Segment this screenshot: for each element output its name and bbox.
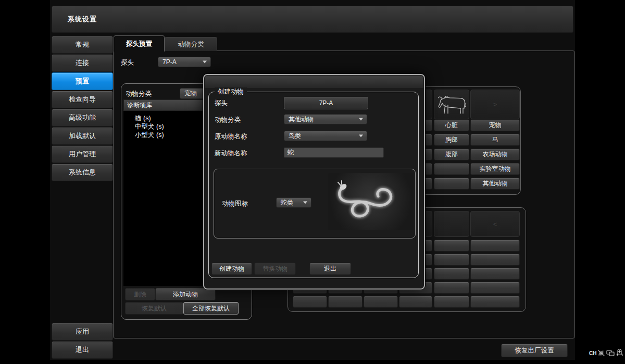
chevron-down-icon (359, 118, 363, 121)
chevron-down-icon (359, 135, 363, 137)
grid-button-empty[interactable] (434, 296, 469, 308)
exam-button-abdomen[interactable]: 腹部 (434, 148, 469, 160)
cow-icon (436, 93, 467, 117)
page-title: 系统设置 (68, 6, 97, 32)
dialog-legend: 创建动物 (215, 87, 247, 96)
grid-button-empty[interactable] (364, 296, 398, 308)
sidebar-item-exam-wizard[interactable]: 检查向导 (52, 91, 113, 108)
restore-all-default-button[interactable]: 全部恢复默认 (183, 302, 239, 315)
dialog-exit-button[interactable]: 退出 (309, 262, 351, 275)
sidebar-item-advanced[interactable]: 高级功能 (52, 109, 113, 127)
category-button-farm[interactable]: 农场动物 (470, 148, 520, 160)
prev-arrow-icon: < (493, 220, 497, 228)
animal-icon-label: 动物图标 (222, 199, 248, 208)
category-button-other[interactable]: 其他动物 (470, 178, 520, 190)
animal-category-dropdown-value: 宠物 (184, 89, 197, 98)
category-button-horse[interactable]: 马 (470, 134, 520, 146)
sidebar-item-system-info[interactable]: 系统信息 (52, 164, 113, 181)
grid-button-empty[interactable] (434, 240, 469, 252)
dialog-probe-value-button[interactable]: 7P-A (284, 97, 368, 109)
animal-category-label: 动物分类 (126, 90, 152, 98)
exam-button-empty[interactable] (434, 163, 469, 175)
next-page-tile[interactable]: > (470, 90, 520, 119)
dialog-source-value: 鸟类 (289, 132, 301, 141)
network-status-icon (597, 349, 605, 357)
dialog-create-button[interactable]: 创建动物 (211, 262, 252, 275)
dialog-source-label: 原动物名称 (215, 132, 247, 141)
tab-animal-category[interactable]: 动物分类 (165, 37, 217, 51)
grid-button-empty[interactable] (470, 254, 520, 266)
chevron-down-icon (303, 202, 307, 204)
probe-label: 探头 (121, 58, 134, 67)
grid-button-empty[interactable] (399, 296, 432, 308)
chevron-down-icon (203, 61, 207, 64)
dialog-probe-label: 探头 (215, 99, 228, 108)
exam-button-empty[interactable] (434, 178, 469, 190)
grid-button-empty[interactable] (434, 254, 469, 266)
screen: 系统设置 常规 连接 预置 检查向导 高级功能 加载默认 用户管理 系统信息 应… (0, 0, 625, 364)
window-title-bar: 系统设置 (52, 6, 573, 33)
animal-icon-value: 蛇类 (281, 198, 293, 207)
sidebar-item-general[interactable]: 常规 (52, 36, 113, 54)
factory-reset-button[interactable]: 恢复出厂设置 (501, 344, 568, 357)
dialog-replace-button[interactable]: 替换动物 (254, 262, 296, 275)
new-animal-name-input[interactable] (284, 147, 384, 158)
dialog-source-dropdown[interactable]: 鸟类 (284, 131, 367, 141)
add-animal-button[interactable]: 添加动物 (155, 288, 216, 300)
grid-button-empty[interactable] (434, 282, 469, 294)
exit-button[interactable]: 退出 (52, 341, 113, 359)
snake-image (328, 173, 414, 230)
dialog-category-label: 动物分类 (215, 116, 241, 124)
dialog-category-dropdown[interactable]: 其他动物 (284, 114, 367, 124)
exam-button-chest[interactable]: 胸部 (434, 134, 469, 146)
export-device-icon (616, 349, 623, 357)
sidebar-item-load-default[interactable]: 加载默认 (52, 127, 113, 145)
language-indicator: CH (589, 350, 596, 356)
grid-button-empty[interactable] (470, 282, 520, 294)
grid-button-empty[interactable] (434, 268, 469, 280)
dialog-newname-label: 新动物名称 (215, 149, 247, 158)
exam-button-heart[interactable]: 心脏 (434, 119, 469, 131)
sidebar-item-preset[interactable]: 预置 (52, 72, 113, 90)
apply-button[interactable]: 应用 (52, 323, 113, 341)
probe-dropdown-value: 7P-A (162, 58, 177, 66)
delete-animal-button[interactable]: 删除 (125, 288, 155, 300)
grid-button-empty[interactable] (470, 240, 520, 252)
create-animal-dialog: 创建动物 探头 7P-A 动物分类 其他动物 原动物名称 鸟类 新动物名称 动物… (203, 74, 425, 290)
dialog-category-value: 其他动物 (289, 115, 314, 124)
tab-probe-preset[interactable]: 探头预置 (114, 35, 165, 52)
restore-default-button[interactable]: 恢复默认 (125, 302, 183, 315)
grid-button-empty[interactable] (293, 296, 327, 308)
grid-button-empty[interactable] (470, 268, 520, 280)
animal-image-tile[interactable] (434, 211, 469, 237)
probe-dropdown[interactable]: 7P-A (158, 57, 211, 67)
system-settings-window: 系统设置 常规 连接 预置 检查向导 高级功能 加载默认 用户管理 系统信息 应… (50, 0, 575, 360)
sidebar-item-connect[interactable]: 连接 (52, 54, 113, 72)
category-button-lab[interactable]: 实验室动物 (470, 163, 520, 175)
category-button-pets[interactable]: 宠物 (470, 119, 520, 131)
sidebar-item-user-mgmt[interactable]: 用户管理 (52, 145, 113, 163)
grid-button-empty[interactable] (328, 296, 362, 308)
dialog-title-bar[interactable] (205, 76, 423, 88)
animal-icon-dropdown[interactable]: 蛇类 (276, 197, 311, 208)
cow-image-tile[interactable] (434, 90, 469, 119)
dual-display-icon (606, 349, 615, 357)
prev-page-tile[interactable]: < (470, 211, 520, 237)
snake-icon (328, 173, 414, 230)
grid-button-empty[interactable] (470, 296, 520, 308)
next-arrow-icon: > (493, 101, 497, 108)
